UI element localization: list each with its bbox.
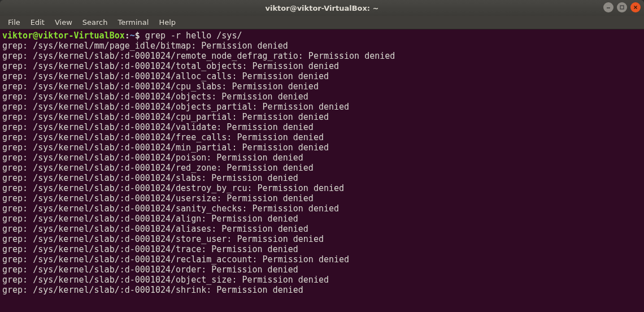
- output-line: grep: /sys/kernel/slab/:d-0001024/valida…: [2, 122, 642, 132]
- window-titlebar: viktor@viktor-VirtualBox: ~: [0, 0, 644, 16]
- minimize-icon: [606, 5, 611, 10]
- output-line: grep: /sys/kernel/slab/:d-0001024/object…: [2, 102, 642, 112]
- output-line: grep: /sys/kernel/slab/:d-0001024/slabs:…: [2, 173, 642, 183]
- output-line: grep: /sys/kernel/slab/:d-0001024/reclai…: [2, 254, 642, 265]
- output-line: grep: /sys/kernel/slab/:d-0001024/object…: [2, 92, 642, 102]
- output-line: grep: /sys/kernel/slab/:d-0001024/poison…: [2, 153, 642, 163]
- prompt-dollar: $: [135, 31, 140, 41]
- output-line: grep: /sys/kernel/slab/:d-0001024/sanity…: [2, 203, 642, 214]
- output-line: grep: /sys/kernel/slab/:d-0001024/aliase…: [2, 224, 642, 234]
- command-text: grep -r hello /sys/: [140, 31, 242, 41]
- terminal-viewport[interactable]: viktor@viktor-VirtualBox:~$ grep -r hell…: [0, 29, 644, 312]
- output-line: grep: /sys/kernel/slab/:d-0001024/store_…: [2, 234, 642, 244]
- menu-terminal[interactable]: Terminal: [113, 17, 153, 28]
- output-line: grep: /sys/kernel/slab/:d-0001024/free_c…: [2, 132, 642, 142]
- output-line: grep: /sys/kernel/slab/:d-0001024/alloc_…: [2, 71, 642, 81]
- output-line: grep: /sys/kernel/slab/:d-0001024/min_pa…: [2, 142, 642, 153]
- output-line: grep: /sys/kernel/slab/:d-0001024/remote…: [2, 51, 642, 61]
- output-line: grep: /sys/kernel/mm/page_idle/bitmap: P…: [2, 41, 642, 51]
- menu-file[interactable]: File: [3, 17, 25, 28]
- menu-search[interactable]: Search: [78, 17, 112, 28]
- window-title: viktor@viktor-VirtualBox: ~: [266, 4, 379, 12]
- prompt-path: ~: [130, 31, 135, 41]
- output-line: grep: /sys/kernel/slab/:d-0001024/align:…: [2, 214, 642, 224]
- output-line: grep: /sys/kernel/slab/:d-0001024/destro…: [2, 183, 642, 193]
- close-icon: [633, 5, 638, 10]
- output-line: grep: /sys/kernel/slab/:d-0001024/red_zo…: [2, 163, 642, 173]
- svg-rect-1: [620, 6, 624, 9]
- output-line: grep: /sys/kernel/slab/:d-0001024/object…: [2, 275, 642, 285]
- prompt-colon: :: [125, 31, 130, 41]
- menu-help[interactable]: Help: [154, 17, 180, 28]
- close-button[interactable]: [630, 2, 641, 12]
- menu-view[interactable]: View: [50, 17, 77, 28]
- output-line: grep: /sys/kernel/slab/:d-0001024/shrink…: [2, 285, 642, 295]
- menu-edit[interactable]: Edit: [26, 17, 49, 28]
- minimize-button[interactable]: [603, 2, 613, 12]
- output-line: grep: /sys/kernel/slab/:d-0001024/usersi…: [2, 193, 642, 203]
- maximize-button[interactable]: [617, 2, 627, 12]
- prompt-line: viktor@viktor-VirtualBox:~$ grep -r hell…: [2, 31, 642, 41]
- prompt-user-host: viktor@viktor-VirtualBox: [2, 31, 125, 41]
- output-line: grep: /sys/kernel/slab/:d-0001024/total_…: [2, 61, 642, 71]
- output-line: grep: /sys/kernel/slab/:d-0001024/cpu_pa…: [2, 112, 642, 122]
- window-controls: [603, 2, 641, 12]
- output-line: grep: /sys/kernel/slab/:d-0001024/cpu_sl…: [2, 81, 642, 92]
- output-line: grep: /sys/kernel/slab/:d-0001024/trace:…: [2, 244, 642, 254]
- output-line: grep: /sys/kernel/slab/:d-0001024/order:…: [2, 265, 642, 275]
- menubar: File Edit View Search Terminal Help: [0, 16, 644, 29]
- maximize-icon: [619, 5, 625, 10]
